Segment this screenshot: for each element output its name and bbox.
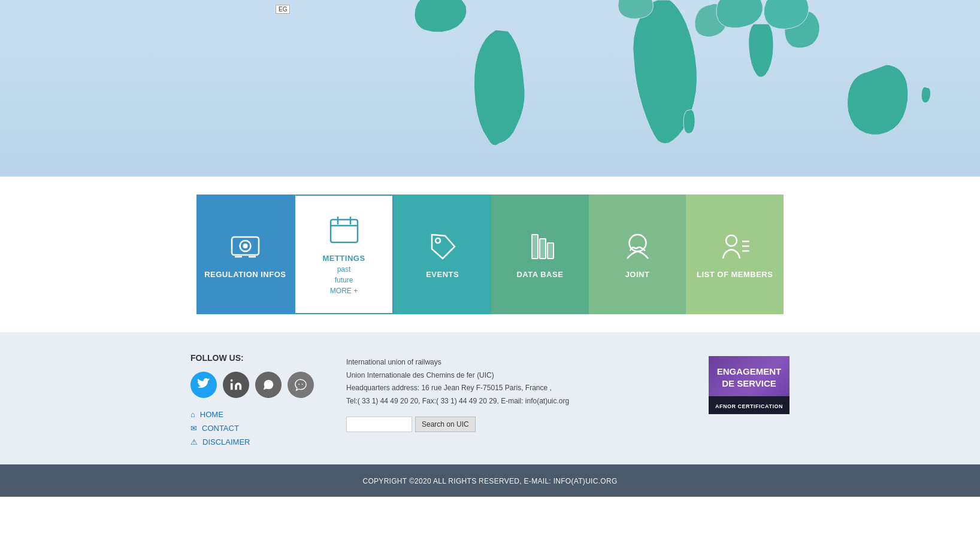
footer-section: FOLLOW US: — [0, 332, 980, 464]
svg-point-15 — [726, 235, 737, 246]
cert-line1: ENGAGEMENT — [716, 366, 782, 378]
nav-disclaimer[interactable]: ⚠ DISCLAIMER — [190, 437, 322, 446]
cards-container: REGULATION INFOS METTINGS past future MO… — [196, 195, 784, 314]
svg-rect-18 — [742, 250, 749, 252]
database-icon — [524, 230, 556, 263]
nav-contact[interactable]: ✉ CONTACT — [190, 424, 322, 433]
person-list-icon — [718, 230, 751, 263]
svg-rect-6 — [331, 220, 358, 242]
cert-afnor-bar: AFNOR CERTIFICATION — [709, 396, 790, 414]
org-contact-info: Tel:( 33 1) 44 49 20 20, Fax:( 33 1) 44 … — [346, 395, 670, 408]
footer-nav: ⌂ HOME ✉ CONTACT ⚠ DISCLAIMER — [190, 410, 322, 446]
nav-home[interactable]: ⌂ HOME — [190, 410, 322, 419]
footer-right: ENGAGEMENT DE SERVICE AFNOR CERTIFICATIO… — [694, 353, 790, 446]
card-joint-title: JOINT — [625, 270, 650, 279]
nav-home-label: HOME — [200, 410, 223, 419]
svg-point-2 — [243, 244, 247, 248]
svg-rect-16 — [742, 241, 749, 242]
envelope-icon: ✉ — [190, 424, 197, 433]
search-row: Search on UIC — [346, 417, 670, 432]
world-map — [358, 0, 980, 177]
certification-badge: ENGAGEMENT DE SERVICE AFNOR CERTIFICATIO… — [709, 356, 790, 414]
card-mettings-future: future — [335, 276, 353, 284]
svg-point-19 — [231, 379, 233, 382]
eg-label: EG — [276, 5, 290, 14]
follow-label: FOLLOW US: — [190, 353, 322, 363]
svg-rect-11 — [532, 235, 538, 259]
card-list-of-members[interactable]: LIST OF MEMBERS — [686, 195, 784, 314]
footer-inner: FOLLOW US: — [190, 353, 790, 464]
nav-disclaimer-label: DISCLAIMER — [202, 437, 250, 446]
calendar-icon — [328, 214, 361, 247]
warning-icon: ⚠ — [190, 437, 198, 446]
org-info: International union of railways Union In… — [346, 356, 670, 408]
card-mettings-more: MORE + — [330, 287, 358, 295]
card-events[interactable]: EVENTS — [394, 195, 491, 314]
cert-afnor: AFNOR CERTIFICATION — [715, 403, 783, 409]
card-regulation-infos-title: REGULATION INFOS — [204, 270, 286, 279]
card-mettings-past: past — [337, 265, 351, 274]
svg-rect-17 — [742, 245, 749, 247]
card-mettings[interactable]: METTINGS past future MORE + — [294, 195, 394, 314]
wechat-icon[interactable] — [288, 372, 314, 398]
card-database[interactable]: DATA BASE — [491, 195, 589, 314]
search-input[interactable] — [346, 417, 412, 432]
svg-rect-12 — [540, 239, 546, 259]
linkedin-icon[interactable] — [223, 372, 249, 398]
card-joint[interactable]: JOINT — [589, 195, 686, 314]
whatsapp-icon[interactable] — [255, 372, 282, 398]
card-database-title: DATA BASE — [516, 270, 563, 279]
copyright-text: COPYRIGHT ©2020 ALL RIGHTS RESERVED, E-M… — [362, 477, 617, 485]
nav-contact-label: CONTACT — [202, 424, 239, 433]
map-section: EG — [0, 0, 980, 177]
card-events-title: EVENTS — [426, 270, 459, 279]
card-regulation-infos[interactable]: REGULATION INFOS — [196, 195, 294, 314]
svg-rect-13 — [548, 243, 553, 259]
social-icons — [190, 372, 322, 398]
cert-line2: DE SERVICE — [716, 378, 782, 390]
svg-point-10 — [435, 238, 440, 243]
footer-middle: International union of railways Union In… — [346, 353, 670, 446]
footer-left: FOLLOW US: — [190, 353, 322, 446]
card-list-of-members-title: LIST OF MEMBERS — [697, 270, 773, 279]
search-button[interactable]: Search on UIC — [415, 417, 476, 432]
card-mettings-title: METTINGS — [322, 254, 365, 263]
org-name-fr: Union Internationale des Chemins de fer … — [346, 369, 670, 382]
copyright-bar: COPYRIGHT ©2020 ALL RIGHTS RESERVED, E-M… — [0, 464, 980, 497]
org-headquarters: Headquarters address: 16 rue Jean Rey F-… — [346, 382, 670, 395]
org-name: International union of railways — [346, 356, 670, 369]
twitter-icon[interactable] — [190, 372, 217, 398]
handshake-icon — [621, 230, 654, 263]
home-icon: ⌂ — [190, 410, 195, 419]
cards-section: REGULATION INFOS METTINGS past future MO… — [0, 177, 980, 332]
eye-icon — [229, 230, 262, 263]
tag-icon — [426, 230, 459, 263]
